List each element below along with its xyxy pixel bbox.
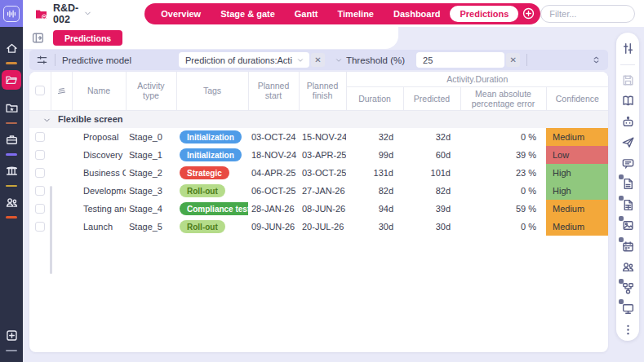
planned-start-cell: 03-OCT-24 <box>248 128 299 146</box>
more-options-icon[interactable] <box>621 323 635 337</box>
mape-cell: 23 % <box>460 164 546 182</box>
sidebar-item-home-icon[interactable] <box>2 38 21 58</box>
table-row[interactable]: DevelopmentStage_3Roll-out06-OCT-2527-JA… <box>29 182 608 200</box>
add-tab-button[interactable] <box>522 7 535 20</box>
clear-threshold-button[interactable]: ✕ <box>506 53 520 67</box>
confidence-cell: Medium <box>546 218 608 236</box>
column-header-activity-type[interactable]: Activity type <box>126 72 176 110</box>
chevron-down-icon[interactable] <box>83 9 92 18</box>
tab-stage-gate[interactable]: Stage & gate <box>211 6 285 22</box>
model-select[interactable]: Prediction of durations:Acti <box>179 52 309 68</box>
row-checkbox[interactable] <box>35 168 45 178</box>
export-spreadsheet-icon[interactable] <box>621 198 635 212</box>
nav-underline <box>6 62 17 64</box>
planned-start-cell: 18-NOV-24 <box>248 146 299 164</box>
table-row[interactable]: Testing and V...Stage_4Compliance testin… <box>29 200 608 218</box>
export-image-icon[interactable] <box>621 219 635 232</box>
indicators-column-header <box>51 72 72 110</box>
row-checkbox[interactable] <box>35 186 45 196</box>
nav-underline <box>6 122 17 125</box>
row-checkbox[interactable] <box>35 150 45 160</box>
sidebar-item-briefcase-icon[interactable] <box>2 130 21 149</box>
predictions-view-button[interactable]: Predictions <box>53 30 122 46</box>
top-bar: R&D-002 OverviewStage & gateGanttTimelin… <box>23 0 644 27</box>
tag-pill: Roll-out <box>180 184 225 197</box>
tags-cell: Roll-out <box>176 218 248 236</box>
threshold-input[interactable] <box>423 55 480 65</box>
predicted-cell: 30d <box>403 218 460 236</box>
table-row[interactable]: DiscoveryStage_1Initialization18-NOV-240… <box>29 146 608 164</box>
select-all-checkbox[interactable] <box>35 86 45 95</box>
tab-timeline[interactable]: Timeline <box>328 6 384 22</box>
integration-icon[interactable] <box>621 281 635 295</box>
sidebar-nav-bottom <box>0 326 23 358</box>
duration-cell: 94d <box>346 200 403 218</box>
knowledge-base-icon[interactable] <box>621 94 635 108</box>
table-row[interactable]: LaunchStage_5Roll-out09-JUN-2620-JUL-263… <box>29 218 608 236</box>
sidebar-item-folder-star-icon[interactable] <box>2 99 21 118</box>
row-checkbox[interactable] <box>35 132 45 142</box>
select-all-header <box>29 72 51 110</box>
share-users-icon[interactable] <box>621 260 635 274</box>
tab-predictions[interactable]: Predictions <box>450 6 518 22</box>
sliders-icon[interactable] <box>621 42 635 55</box>
confidence-cell: Low <box>546 146 608 164</box>
name-cell: Discovery <box>72 146 126 164</box>
tags-cell: Initialization <box>176 146 248 164</box>
table-scrollbar[interactable] <box>50 186 52 274</box>
expand-panel-button[interactable] <box>31 31 45 45</box>
row-select-cell <box>29 218 51 236</box>
send-icon[interactable] <box>621 135 635 149</box>
column-header-duration[interactable]: Duration <box>346 86 403 110</box>
project-selector[interactable]: R&D-002 <box>34 2 92 25</box>
chevron-down-icon[interactable] <box>42 116 51 125</box>
column-header-planned-finish[interactable]: Planned finish <box>299 72 346 110</box>
planned-start-cell: 28-JAN-26 <box>248 200 299 218</box>
column-header-tags[interactable]: Tags <box>176 72 248 110</box>
tab-overview[interactable]: Overview <box>151 6 211 22</box>
row-indicator-cell <box>51 182 72 200</box>
nav-underline <box>6 153 17 156</box>
nav-underline <box>6 185 17 188</box>
sidebar-item-stage-gate-icon[interactable] <box>2 161 21 181</box>
sidebar-item-projects-folder-icon[interactable] <box>2 70 21 90</box>
comments-icon[interactable] <box>621 157 635 170</box>
group-row-label: Flexible screen <box>58 114 123 124</box>
collapse-expand-spinner[interactable] <box>591 54 602 66</box>
export-pdf-icon[interactable] <box>621 177 635 191</box>
threshold-label: Threshold (%) <box>346 55 405 65</box>
app-logo[interactable] <box>0 0 23 27</box>
column-header-mape[interactable]: Mean absolute percentage error <box>460 86 546 110</box>
threshold-operator-icon[interactable] <box>335 56 343 64</box>
row-indicator-cell <box>51 128 72 146</box>
table-row[interactable]: ProposalStage_0Initialization03-OCT-2415… <box>29 128 608 146</box>
ai-assistant-icon[interactable] <box>621 115 635 129</box>
tags-cell: Roll-out <box>176 182 248 200</box>
tab-gantt[interactable]: Gantt <box>285 6 328 22</box>
monitor-icon[interactable] <box>621 302 635 316</box>
filter-settings-icon[interactable] <box>36 54 48 66</box>
activity-type-cell: Stage_1 <box>126 146 176 164</box>
sidebar-item-add-workspace-icon[interactable] <box>2 326 21 346</box>
right-toolbar <box>616 33 639 341</box>
group-row[interactable]: Flexible screen <box>29 110 608 128</box>
nav-underline <box>6 350 17 352</box>
predictive-model-bar: Predictive model Prediction of durations… <box>29 50 608 70</box>
column-header-confidence[interactable]: Confidence <box>546 86 608 110</box>
column-header-planned-start[interactable]: Planned start <box>248 72 299 110</box>
column-header-name[interactable]: Name <box>72 72 126 110</box>
calendar-icon[interactable] <box>621 240 635 254</box>
confidence-cell: Medium <box>546 200 608 218</box>
tab-dashboard[interactable]: Dashboard <box>384 6 450 22</box>
row-checkbox[interactable] <box>35 222 45 232</box>
tag-pill: Strategic <box>180 166 229 179</box>
waveform-icon <box>3 6 20 22</box>
sidebar-item-team-icon[interactable] <box>2 192 21 212</box>
clear-model-button[interactable]: ✕ <box>311 53 325 67</box>
briefcase-icon <box>5 133 19 147</box>
table-row[interactable]: Business CaseStage_2Strategic04-APR-2503… <box>29 164 608 182</box>
confidence-cell: High <box>546 182 608 200</box>
row-checkbox[interactable] <box>35 204 45 214</box>
filter-input[interactable] <box>540 5 635 23</box>
column-header-predicted[interactable]: Predicted <box>403 86 460 110</box>
